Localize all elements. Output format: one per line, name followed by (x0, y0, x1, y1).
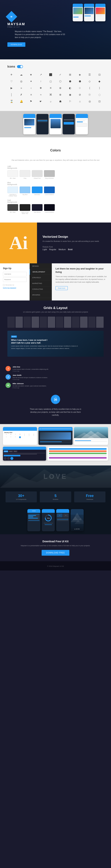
signup-title: Sign Up (3, 267, 27, 270)
feed-text: Ut enim ad minim veniam, quis nostrud ex… (12, 385, 106, 387)
app-line (40, 442, 71, 443)
controls-demo (47, 447, 108, 461)
swatch-side-menu (32, 204, 43, 211)
love-label: LOVE (71, 528, 84, 530)
showcase-phone (63, 114, 75, 134)
progress-fill (28, 518, 38, 519)
content-line (64, 120, 74, 121)
nav-dot (40, 428, 40, 429)
password-input[interactable] (3, 277, 27, 282)
grid-col (24, 317, 31, 328)
icon-cell: ◎ (17, 79, 26, 84)
icon-cell: ✕ (46, 85, 55, 91)
icons-toggle[interactable] (17, 65, 23, 68)
phone-top (63, 114, 75, 118)
feed-content: John Doe Lorem ipsum dolor sit amet, con… (12, 366, 106, 372)
counter-plus: +3 (54, 396, 57, 398)
progress-fill (28, 517, 33, 517)
feed-content: Mike Johnson Ut enim ad minim veniam, qu… (12, 383, 106, 389)
read-more-button[interactable]: Read more (56, 286, 68, 290)
icon-cell: ▶ (7, 85, 16, 91)
content-text: There are many variations of passages of… (56, 275, 107, 284)
phone-top (49, 114, 62, 118)
download-free-button[interactable]: DOWNLOAD FREE (42, 550, 69, 556)
blue-swatches: Light Blue &Counter Panel Sky Blue Dark … (7, 187, 104, 196)
mountain-scene: LOVE (71, 509, 84, 531)
icon-cell: ⚑ (27, 99, 35, 104)
download-button[interactable]: DOWNLOAD (7, 42, 25, 47)
phone-top (76, 114, 88, 118)
font-weight-bold: Bold (68, 248, 73, 251)
icon-cell: ◇ (85, 79, 94, 84)
btn-warning (49, 451, 107, 452)
phone-line (57, 520, 69, 521)
menu-line (4, 453, 45, 454)
forgot-password-link[interactable]: Forgot your password? (3, 287, 27, 288)
tab-consulting[interactable]: CONSULTING (30, 286, 52, 292)
tab-marketing[interactable]: MARKETING (30, 281, 52, 286)
icon-cell: ☰ (85, 72, 94, 77)
icon-cell: ◎ (85, 99, 94, 104)
progress-bar-3 (28, 518, 40, 519)
icon-cell: ★ (27, 72, 35, 77)
remember-label: Remember me (5, 284, 14, 286)
love-text: LOVE (43, 473, 68, 480)
remember-checkbox[interactable] (3, 284, 5, 286)
swatch-buttons (44, 187, 55, 193)
icon-cell: ⟩ (95, 85, 104, 91)
swatch-label: Dark Blue (34, 194, 40, 195)
dark-phone-mountain: LOVE (71, 509, 84, 531)
tabs-menu: DESIGN DEVELOPMENT STRATEGY MARKETING CO… (30, 264, 52, 301)
stat-download: Free Download (74, 491, 106, 502)
stat-components: 30+ UI Components (5, 491, 37, 502)
icon-cell: ❖ (37, 85, 45, 91)
stat-label: Screens (42, 498, 69, 500)
content-line (77, 119, 87, 120)
phone-line (57, 518, 69, 519)
content-line (37, 119, 47, 120)
tab-design[interactable]: DESIGN (30, 264, 52, 269)
tab-strategy[interactable]: STRATEGY (30, 275, 52, 281)
icon-row (4, 457, 45, 460)
phone-content (23, 118, 35, 129)
day-cell: 6 (13, 436, 17, 438)
photo-details (74, 438, 108, 443)
phone-content (76, 118, 88, 128)
username-input[interactable] (3, 272, 27, 276)
swatch-label: Gray & Borders (45, 178, 54, 179)
swatch-gray (20, 170, 30, 177)
icon-cell: ⟨ (85, 85, 94, 91)
icon-cell: » (17, 85, 26, 91)
showcase-row-2: Home About Work (3, 447, 108, 461)
content-line-blue (37, 120, 47, 121)
swatch-light-blue (7, 187, 18, 193)
icon-cell: ⊘ (76, 92, 84, 97)
dark-swatches: BG / Main Dark & CardBetter Text Side Me… (7, 204, 104, 214)
tab-drawing[interactable]: DRAWING (30, 292, 52, 298)
mountain-svg (71, 509, 84, 524)
phone-body: January 2016 S M T W T F S 1 2 3 4 (3, 431, 37, 439)
stat-label: Download (76, 498, 103, 500)
font-weights: Light Regular Medium Bold (43, 248, 106, 251)
icon-cell: ☛ (37, 99, 45, 104)
day-cell: 1 (23, 435, 27, 436)
swatch-item: Dark & CardBetter Text (20, 204, 30, 214)
grid-demo (7, 317, 104, 328)
menu-tab: Work (13, 451, 17, 452)
app-nav (38, 427, 73, 431)
font-weight-regular: Regular (49, 248, 57, 251)
icon-cell: ◈ (76, 72, 84, 77)
swatch-item: Level & Buttons (44, 204, 55, 214)
icon-cell: ⬛ (46, 72, 55, 77)
day-header: T (23, 434, 27, 435)
swatch-dark-blue (32, 187, 43, 193)
input-mock (77, 123, 87, 127)
logo-diamond: M (6, 11, 17, 23)
dark-label: DarkBackgrounds (7, 199, 104, 203)
btn-purple (49, 457, 107, 459)
tab-development[interactable]: DEVELOPMENT (30, 269, 52, 275)
icon-cell: ✓ (56, 72, 65, 77)
hero-content: M MAYSAM FREE UI KIT Maysam is a Arabic … (0, 9, 111, 51)
icon-cell: ◐ (66, 85, 74, 91)
icon-cell: ✦ (27, 79, 35, 84)
